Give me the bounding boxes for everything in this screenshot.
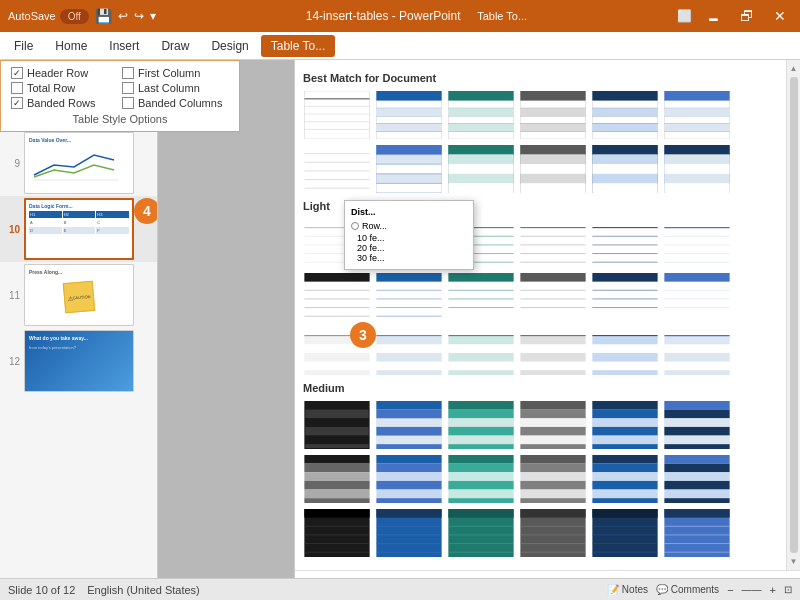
table-style-light3-2[interactable] — [375, 326, 443, 376]
table-style-blue-header[interactable] — [375, 90, 443, 140]
slide-item-12[interactable]: 12 What do you take away... from today's… — [0, 328, 157, 394]
slide-thumb-12[interactable]: What do you take away... from today's pr… — [24, 330, 134, 392]
svg-rect-234 — [304, 498, 369, 503]
banded-columns-option[interactable]: Banded Columns — [122, 97, 229, 109]
table-style-light3-4[interactable] — [519, 326, 587, 376]
header-row-checkbox[interactable]: ✓ — [11, 67, 23, 79]
table-style-blue-full[interactable] — [375, 144, 443, 194]
gallery-scrollbar[interactable]: ▲ ▼ — [786, 60, 800, 570]
slide-item-11[interactable]: 11 Press Along... ⚠CAUTION — [0, 262, 157, 328]
table-style-teal-full[interactable] — [447, 144, 515, 194]
table-style-light-gray[interactable] — [519, 218, 587, 268]
comments-button[interactable]: 💬 Comments — [656, 584, 719, 595]
table-style-medium2-4[interactable] — [519, 454, 587, 504]
table-style-medium3-4[interactable] — [519, 508, 587, 558]
total-row-option[interactable]: Total Row — [11, 82, 118, 94]
zoom-out-button[interactable]: − — [727, 584, 733, 596]
scrollbar-up[interactable]: ▲ — [788, 62, 800, 75]
slide-thumb-10[interactable]: Data Logic Form... H1 H2 H3 ABC DEF — [24, 198, 134, 260]
save-icon[interactable]: 💾 — [95, 8, 112, 24]
table-style-dark-full[interactable] — [591, 144, 659, 194]
table-style-medium3-3[interactable] — [447, 508, 515, 558]
slide-thumb-11[interactable]: Press Along... ⚠CAUTION — [24, 264, 134, 326]
table-style-light2-3[interactable] — [447, 272, 515, 322]
table-style-light3-6[interactable] — [663, 326, 731, 376]
table-style-plain-2[interactable] — [303, 144, 371, 194]
zoom-slider[interactable]: —— — [742, 584, 762, 595]
table-style-medium1-3[interactable] — [447, 400, 515, 450]
gallery-scroll[interactable]: Best Match for Document — [295, 60, 786, 570]
table-style-light2-1[interactable] — [303, 272, 371, 322]
tab-insert[interactable]: Insert — [99, 35, 149, 57]
first-column-option[interactable]: First Column — [122, 67, 229, 79]
tab-table-tools[interactable]: Table To... — [261, 35, 335, 57]
svg-rect-160 — [304, 370, 369, 375]
table-style-gray-full[interactable] — [519, 144, 587, 194]
table-style-medium1-2[interactable] — [375, 400, 443, 450]
slide-num-12: 12 — [4, 356, 20, 367]
table-style-light3-3[interactable] — [447, 326, 515, 376]
table-style-light2-4[interactable] — [519, 272, 587, 322]
table-style-medium1-5[interactable] — [591, 400, 659, 450]
table-style-medium3-6[interactable] — [663, 508, 731, 558]
table-style-light3-5[interactable] — [591, 326, 659, 376]
total-row-checkbox[interactable] — [11, 82, 23, 94]
svg-rect-182 — [664, 327, 729, 375]
undo-icon[interactable]: ↩ — [118, 9, 128, 23]
table-style-light-dark[interactable] — [591, 218, 659, 268]
table-style-blue3[interactable] — [663, 144, 731, 194]
table-style-light2-2[interactable] — [375, 272, 443, 322]
redo-icon[interactable]: ↪ — [134, 9, 144, 23]
table-style-light2-5[interactable] — [591, 272, 659, 322]
table-style-medium2-6[interactable] — [663, 454, 731, 504]
svg-rect-301 — [664, 509, 729, 518]
svg-rect-132 — [376, 273, 441, 282]
slide-item-10[interactable]: 10 Data Logic Form... H1 H2 H3 ABC DEF — [0, 196, 157, 262]
table-style-medium1-1[interactable] — [303, 400, 371, 450]
fit-button[interactable]: ⊡ — [784, 584, 792, 595]
customize-icon[interactable]: ▾ — [150, 9, 156, 23]
table-style-teal-header[interactable] — [447, 90, 515, 140]
table-style-gray-header[interactable] — [519, 90, 587, 140]
scrollbar-down[interactable]: ▼ — [788, 555, 800, 568]
banded-rows-option[interactable]: ✓ Banded Rows — [11, 97, 118, 109]
tab-design[interactable]: Design — [201, 35, 258, 57]
slide-item-9[interactable]: 9 Data Value Over... — [0, 130, 157, 196]
gallery-row-medium-2 — [303, 454, 778, 504]
first-column-checkbox[interactable] — [122, 67, 134, 79]
autosave-toggle[interactable]: Off — [60, 9, 89, 24]
banded-columns-checkbox[interactable] — [122, 97, 134, 109]
tab-file[interactable]: File — [4, 35, 43, 57]
table-style-medium1-6[interactable] — [663, 400, 731, 450]
svg-rect-271 — [304, 509, 369, 518]
zoom-in-button[interactable]: + — [770, 584, 776, 596]
tab-draw[interactable]: Draw — [151, 35, 199, 57]
table-style-medium2-2[interactable] — [375, 454, 443, 504]
table-style-dark-blue-banded[interactable] — [591, 90, 659, 140]
svg-rect-220 — [592, 444, 657, 449]
last-column-option[interactable]: Last Column — [122, 82, 229, 94]
ribbon-toggle-icon[interactable]: ⬜ — [677, 9, 692, 23]
banded-rows-checkbox[interactable]: ✓ — [11, 97, 23, 109]
table-style-medium1-4[interactable] — [519, 400, 587, 450]
table-style-blue-banded2[interactable] — [663, 90, 731, 140]
table-style-light-blue2[interactable] — [663, 218, 731, 268]
svg-rect-81 — [592, 174, 657, 184]
table-style-medium3-2[interactable] — [375, 508, 443, 558]
table-style-medium2-5[interactable] — [591, 454, 659, 504]
table-style-medium2-1[interactable] — [303, 454, 371, 504]
header-row-option[interactable]: ✓ Header Row — [11, 67, 118, 79]
minimize-button[interactable]: 🗕 — [700, 6, 726, 26]
notes-button[interactable]: 📝 Notes — [607, 584, 648, 595]
table-style-light2-6[interactable] — [663, 272, 731, 322]
table-style-medium3-1[interactable] — [303, 508, 371, 558]
table-style-plain[interactable] — [303, 90, 371, 140]
svg-rect-47 — [304, 145, 369, 193]
restore-button[interactable]: 🗗 — [734, 6, 760, 26]
close-button[interactable]: ✕ — [768, 6, 792, 26]
table-style-medium3-5[interactable] — [591, 508, 659, 558]
last-column-checkbox[interactable] — [122, 82, 134, 94]
slide-thumb-9[interactable]: Data Value Over... — [24, 132, 134, 194]
table-style-medium2-3[interactable] — [447, 454, 515, 504]
tab-home[interactable]: Home — [45, 35, 97, 57]
